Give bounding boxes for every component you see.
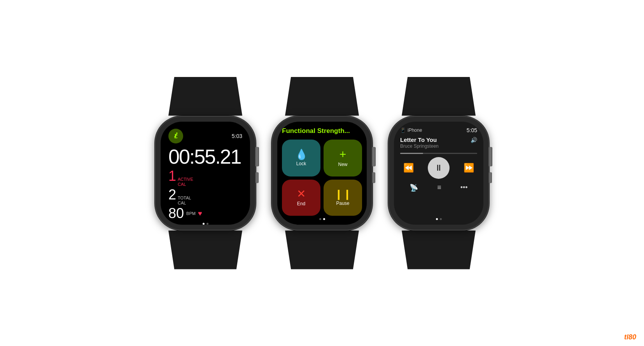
bpm-unit: BPM: [186, 211, 196, 216]
lock-water-icon: 💧: [295, 149, 308, 159]
dot-3-active: [436, 218, 438, 220]
watch-button-3: [489, 172, 492, 183]
strength-title: Functional Strength...: [282, 127, 362, 135]
np-title: Letter To You: [400, 136, 437, 143]
queue-icon[interactable]: ≡: [437, 183, 441, 192]
watermark: tl80: [624, 333, 636, 341]
dot-2-active: [323, 218, 325, 220]
watch-screen-3: 📱 iPhone 5:05 Letter To You 🔊 Bruce Spri…: [394, 122, 483, 225]
pause-label: Pause: [336, 201, 349, 206]
band-top-2: [285, 77, 359, 116]
heart-icon: ♥: [198, 210, 202, 218]
bpm-num: 80: [168, 206, 184, 220]
active-label: ACTIVE: [178, 177, 193, 182]
lock-label: Lock: [296, 161, 306, 166]
np-progress-fill: [400, 153, 423, 154]
strength-screen: Functional Strength... 💧 Lock + New: [277, 122, 367, 225]
dot-1-inactive: [206, 223, 208, 224]
bpm-row: 80 BPM ♥: [168, 206, 242, 220]
np-header: 📱 iPhone 5:05: [400, 127, 477, 133]
watch-screen-1: 5:03 00:55.21 1 ACTIVE CAL 2: [161, 122, 250, 225]
np-source: 📱 iPhone: [400, 128, 422, 133]
volume-icon: 🔊: [471, 137, 477, 143]
end-label: End: [297, 201, 305, 206]
workout-elapsed: 00:55.21: [168, 147, 242, 167]
pause-bars-icon: ❙❙: [334, 189, 352, 199]
band-bottom-1: [168, 231, 242, 269]
airplay-icon[interactable]: 📡: [410, 183, 418, 192]
end-button[interactable]: ✕ End: [282, 180, 320, 216]
total-cal-num: 2: [168, 188, 176, 202]
svg-point-0: [176, 132, 178, 134]
np-source-label: iPhone: [408, 128, 422, 133]
np-artist-row: Bruce Springsteen: [400, 143, 477, 149]
watch-screen-2: Functional Strength... 💧 Lock + New: [277, 122, 367, 225]
total-cal-row: 2 TOTAL CAL: [168, 188, 242, 206]
page-dots-1: [168, 220, 242, 224]
new-plus-icon: +: [340, 149, 346, 160]
lock-button[interactable]: 💧 Lock: [282, 140, 320, 176]
pause-play-button[interactable]: ⏸: [428, 157, 450, 179]
dot-2-inactive: [319, 218, 321, 220]
watch-crown-3: [488, 147, 492, 166]
watch-case-2: Functional Strength... 💧 Lock + New: [271, 116, 373, 231]
rewind-button[interactable]: ⏪: [403, 163, 414, 173]
watch-workout: 5:03 00:55.21 1 ACTIVE CAL 2: [155, 77, 256, 269]
workout-stats: 1 ACTIVE CAL 2 TOTAL CAL: [168, 169, 242, 221]
total-label: TOTAL: [178, 196, 191, 201]
dot-1-active: [203, 223, 205, 224]
pause-button[interactable]: ❙❙ Pause: [324, 180, 362, 216]
page-dots-3: [400, 216, 477, 220]
np-track: Letter To You 🔊 Bruce Springsteen: [400, 136, 477, 149]
watch-button-1: [256, 172, 259, 183]
workout-clock: 5:03: [232, 133, 242, 139]
np-artist: Bruce Springsteen: [400, 143, 439, 149]
watch-nowplaying: 📱 iPhone 5:05 Letter To You 🔊 Bruce Spri…: [388, 77, 489, 269]
watch-crown-2: [372, 147, 376, 166]
active-cal-num: 1: [168, 169, 176, 183]
np-bottom-controls: 📡 ≡ •••: [400, 183, 477, 192]
watch-button-2: [372, 172, 375, 183]
np-clock: 5:05: [467, 127, 477, 133]
nowplaying-screen: 📱 iPhone 5:05 Letter To You 🔊 Bruce Spri…: [394, 122, 483, 225]
watch-strength: Functional Strength... 💧 Lock + New: [271, 77, 373, 269]
active-cal-label: ACTIVE CAL: [178, 177, 193, 187]
band-top-1: [168, 77, 242, 116]
watch-crown-1: [255, 147, 259, 166]
workout-icon: [168, 129, 183, 143]
band-bottom-3: [402, 231, 476, 269]
cal-label-1: CAL: [178, 182, 193, 187]
dot-3-inactive: [440, 218, 442, 220]
band-bottom-2: [285, 231, 359, 269]
workout-screen: 5:03 00:55.21 1 ACTIVE CAL 2: [161, 122, 250, 225]
np-title-row: Letter To You 🔊: [400, 136, 477, 143]
np-progress-bar: [400, 153, 477, 154]
band-top-3: [402, 77, 476, 116]
active-cal-row: 1 ACTIVE CAL: [168, 169, 242, 187]
more-icon[interactable]: •••: [460, 183, 468, 192]
watch-case-1: 5:03 00:55.21 1 ACTIVE CAL 2: [155, 116, 256, 231]
watch-case-3: 📱 iPhone 5:05 Letter To You 🔊 Bruce Spri…: [388, 116, 489, 231]
end-x-icon: ✕: [297, 189, 306, 199]
fast-forward-button[interactable]: ⏩: [464, 163, 474, 173]
page-dots-2: [282, 216, 362, 220]
np-controls: ⏪ ⏸ ⏩: [400, 157, 477, 179]
phone-icon: 📱: [400, 128, 406, 133]
watches-container: 5:03 00:55.21 1 ACTIVE CAL 2: [147, 69, 497, 277]
new-button[interactable]: + New: [324, 140, 362, 176]
workout-header: 5:03: [168, 129, 242, 143]
new-label: New: [338, 162, 347, 167]
strength-button-grid: 💧 Lock + New ✕ End: [282, 140, 362, 216]
total-cal-label: TOTAL CAL: [178, 196, 191, 206]
